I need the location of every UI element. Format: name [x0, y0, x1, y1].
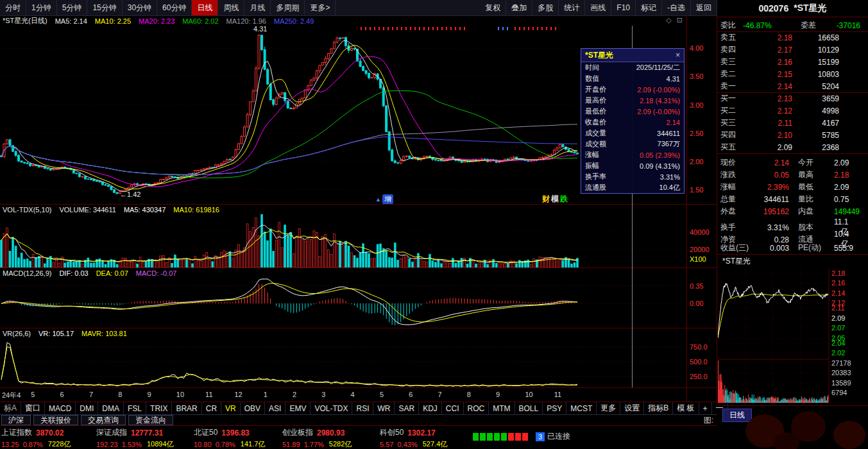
- stat-label: 股本: [789, 222, 834, 233]
- indicator-tab-emv[interactable]: EMV: [285, 402, 311, 414]
- indicator-tab-cr[interactable]: CR: [202, 402, 221, 414]
- period-tab[interactable]: 分时: [0, 0, 26, 15]
- stat-label: 涨幅: [717, 182, 753, 192]
- bid-level-5[interactable]: 买五2.092368: [717, 141, 868, 153]
- period-tab-15[interactable]: 15分钟: [87, 0, 122, 15]
- indicator-tab-vr[interactable]: VR: [221, 402, 241, 414]
- indicator-action-b[interactable]: 指标B: [644, 402, 673, 414]
- axis-tick: 3.00: [690, 101, 703, 109]
- ma-label-5: MA250: 2.49: [274, 17, 314, 25]
- stat-label: 今开: [789, 157, 834, 168]
- indicator-tab-voltdx[interactable]: VOL-TDX: [311, 402, 352, 414]
- bottom-tab[interactable]: 交易查询: [81, 415, 126, 425]
- indicator-tab-dma[interactable]: DMA: [98, 402, 124, 414]
- x-axis-label: 7: [438, 391, 442, 398]
- period-tab-60[interactable]: 60分钟: [157, 0, 192, 15]
- index-name: 深证成指: [96, 427, 127, 438]
- indicator-tab-mtm[interactable]: MTM: [489, 402, 515, 414]
- index-block-1[interactable]: 深证成指12777.31192.23 1.53%10894亿: [96, 427, 174, 449]
- bottom-tab[interactable]: 资金流向: [128, 415, 173, 425]
- period-tab-1[interactable]: 1分钟: [26, 0, 57, 15]
- ask-level-4[interactable]: 卖四2.1710129: [717, 44, 868, 56]
- index-block-0[interactable]: 上证指数3870.0213.25 0.87%7228亿: [1, 427, 71, 449]
- watermark: [731, 405, 868, 449]
- close-icon[interactable]: ×: [676, 51, 680, 60]
- indicator-tab-fsl[interactable]: FSL: [124, 402, 146, 414]
- level-label: 买三: [717, 117, 745, 128]
- x-axis-label: 7: [89, 391, 93, 398]
- indicator-tab-dmi[interactable]: DMI: [76, 402, 98, 414]
- bid-level-2[interactable]: 买二2.124998: [717, 105, 868, 117]
- indicator-tab[interactable]: 窗口: [21, 402, 45, 414]
- index-value: 12777.31: [131, 428, 163, 437]
- indicator-tab-psy[interactable]: PSY: [543, 402, 566, 414]
- toolbar-button[interactable]: 复权: [480, 0, 506, 15]
- ask-level-1[interactable]: 卖一2.145204: [717, 80, 868, 92]
- index-block-4[interactable]: 科创501302.175.57 0.43%527.4亿: [380, 427, 447, 449]
- toolbar-button[interactable]: 多股: [532, 0, 559, 15]
- bottom-tab[interactable]: 关联报价: [33, 415, 78, 425]
- level-label: 卖一: [717, 81, 745, 92]
- toolbar-button-f10[interactable]: F10: [611, 0, 636, 15]
- level-volume: 4998: [792, 106, 868, 115]
- period-tab[interactable]: 多周期: [271, 0, 305, 15]
- indicator-tab-boll[interactable]: BOLL: [515, 402, 543, 414]
- ask-level-3[interactable]: 卖三2.1615199: [717, 56, 868, 68]
- bid-level-1[interactable]: 买一2.133659: [717, 92, 868, 105]
- indicator-tab-rsi[interactable]: RSI: [352, 402, 373, 414]
- indicator-tab-roc[interactable]: ROC: [464, 402, 489, 414]
- indicator-action[interactable]: +: [699, 402, 712, 414]
- toolbar-button[interactable]: 标记: [636, 0, 662, 15]
- period-tab[interactable]: 月线: [244, 0, 271, 15]
- indicator-tab-asi[interactable]: ASI: [265, 402, 285, 414]
- indicator-tab[interactable]: 更多: [597, 402, 620, 414]
- toolbar-button[interactable]: 返回: [691, 0, 717, 15]
- stat-row-7: 收益(三)0.003PE(动)555.9: [717, 242, 868, 254]
- level-price: 2.10: [745, 131, 792, 140]
- stat-value: 0.75: [834, 195, 868, 204]
- indicator-action[interactable]: 模 板: [673, 402, 699, 414]
- indicator-tab-wr[interactable]: WR: [373, 402, 395, 414]
- volume-label-1: VOLUME: 344611: [59, 206, 115, 214]
- indicator-tab-macd[interactable]: MACD: [45, 402, 76, 414]
- indicator-tab-trix[interactable]: TRIX: [146, 402, 172, 414]
- period-tab[interactable]: 周线: [218, 0, 244, 15]
- indicator-tab-partial[interactable]: 标A: [0, 402, 21, 414]
- indicator-tab-obv[interactable]: OBV: [241, 402, 265, 414]
- ask-level-2[interactable]: 卖二2.1510803: [717, 68, 868, 80]
- period-tab[interactable]: 更多>: [305, 0, 336, 15]
- indicator-tab-kdj[interactable]: KDJ: [419, 402, 442, 414]
- ask-level-5[interactable]: 卖五2.1816658: [717, 31, 868, 44]
- window-icon[interactable]: ⊡: [677, 16, 683, 24]
- indicator-tab-cci[interactable]: CCI: [442, 402, 464, 414]
- vr-chart[interactable]: [0, 339, 686, 387]
- toolbar-button[interactable]: 画线: [585, 0, 611, 15]
- macd-chart[interactable]: [0, 278, 686, 328]
- index-block-3[interactable]: 创业板指2980.9351.89 1.77%5282亿: [282, 427, 352, 449]
- volume-chart[interactable]: [0, 214, 686, 267]
- period-tab-5[interactable]: 5分钟: [57, 0, 88, 15]
- stat-value: 2.09: [834, 183, 868, 192]
- axis-tick: 40000: [690, 228, 710, 236]
- period-tab[interactable]: 日线: [192, 0, 218, 15]
- indicator-tab-sar[interactable]: SAR: [395, 402, 419, 414]
- toolbar-button[interactable]: -自选: [662, 0, 691, 15]
- indicator-tab-mcst[interactable]: MCST: [566, 402, 597, 414]
- bottom-tab[interactable]: 沪深: [1, 415, 31, 425]
- indicator-action[interactable]: 一: [712, 402, 728, 414]
- stat-row-2: 涨幅2.39%最低2.09: [717, 181, 868, 193]
- bid-level-4[interactable]: 买四2.105785: [717, 129, 868, 141]
- main-chart-header: ◇⊡ *ST星光(日线)MA5: 2.14MA10: 2.25MA20: 2.2…: [0, 16, 688, 26]
- toolbar-button[interactable]: 叠加: [506, 0, 532, 15]
- index-block-2[interactable]: 北证501396.8310.80 0.78%141.7亿: [194, 427, 265, 449]
- indicator-tab[interactable]: 设置: [620, 402, 644, 414]
- indicator-tab-brar[interactable]: BRAR: [172, 402, 201, 414]
- axis-tick: X100: [690, 255, 706, 263]
- period-tab-30[interactable]: 30分钟: [123, 0, 157, 15]
- bid-level-3[interactable]: 买三2.114167: [717, 117, 868, 129]
- diamond-icon[interactable]: ◇: [666, 16, 671, 24]
- connection-count-badge[interactable]: 3: [536, 432, 545, 441]
- toolbar-button[interactable]: 统计: [559, 0, 585, 15]
- intraday-mini-chart[interactable]: [718, 268, 830, 404]
- tooltip-value: 2.09 (-0.00%): [637, 108, 680, 115]
